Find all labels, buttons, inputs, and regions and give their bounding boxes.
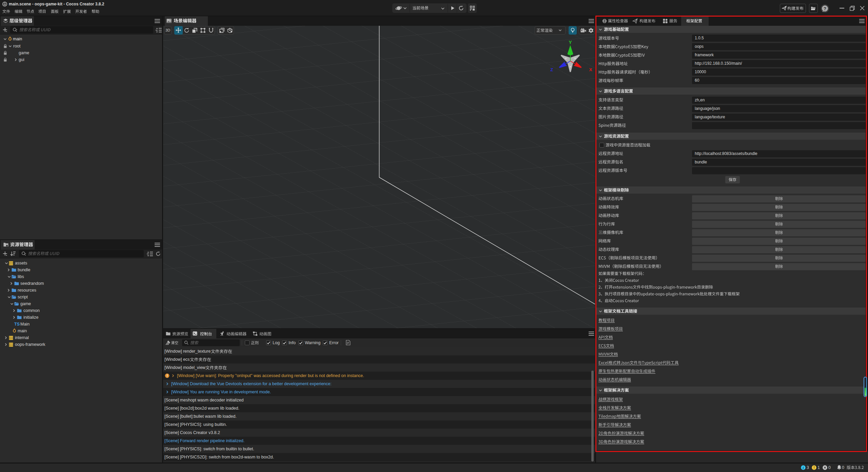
svg-text:!: ! [813, 466, 815, 470]
svg-text:Z: Z [550, 67, 553, 72]
svg-text:?: ? [824, 6, 826, 11]
svg-text:X: X [589, 67, 592, 72]
svg-text:i: i [803, 466, 804, 470]
svg-text:Y: Y [569, 40, 572, 45]
